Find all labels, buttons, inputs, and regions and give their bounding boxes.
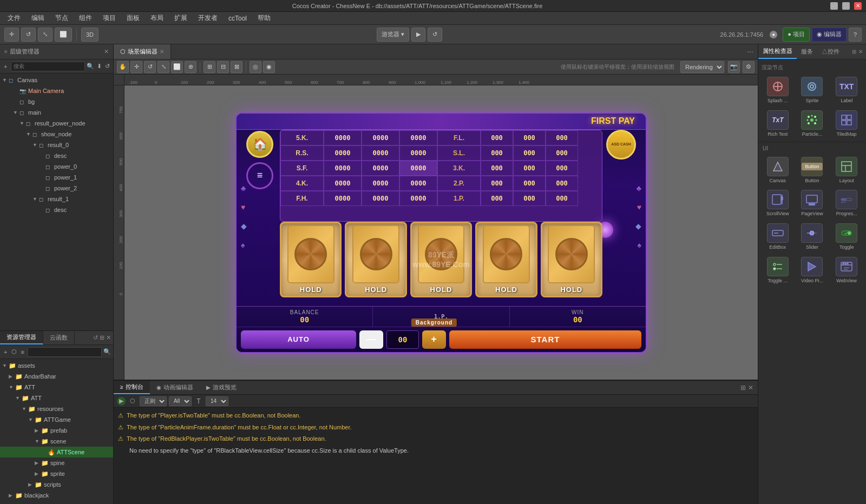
tree-bg[interactable]: ◻ bg [0, 96, 113, 107]
control-tab[interactable]: △控件 [817, 44, 844, 59]
asset-add[interactable]: + [2, 347, 9, 357]
tree-result-0[interactable]: ▼ ◻ result_0 [0, 140, 113, 150]
asset-manager-tab[interactable]: 资源管理器 [0, 331, 43, 344]
rn-richtext[interactable]: TxT Rich Text [762, 108, 794, 140]
type-btn[interactable]: T [194, 396, 204, 406]
console-clear-btn[interactable]: ⬡ [128, 396, 137, 406]
rendering-select[interactable]: Rendering [680, 61, 724, 73]
asset-item-sprite[interactable]: ▶ 📁 sprite [0, 468, 113, 479]
ui-video[interactable]: Video Pi... [796, 255, 829, 286]
asset-item-attscene[interactable]: 🔥 ATTScene [0, 447, 113, 457]
asset-reload[interactable]: ↺ [93, 334, 98, 341]
tree-desc-1[interactable]: ◻ desc [0, 204, 113, 215]
right-tab-expand[interactable]: ⊞ [852, 49, 856, 55]
rn-sprite[interactable]: Sprite [796, 75, 829, 106]
hierarchy-refresh[interactable]: ↺ [104, 62, 111, 71]
scene-tab-close[interactable]: ✕ [160, 49, 164, 55]
ui-canvas[interactable]: Canvas [762, 155, 794, 186]
asset-close[interactable]: ✕ [106, 334, 111, 341]
console-expand[interactable]: ⊞ [740, 384, 746, 392]
menu-node[interactable]: 节点 [51, 12, 73, 24]
asset-sort[interactable]: ≡ [19, 347, 26, 357]
scene-tool-align[interactable]: ⊠ [231, 61, 242, 73]
rn-tiledmap[interactable]: TiledMap [830, 108, 863, 140]
asset-item-scene[interactable]: ▼ 📁 scene [0, 436, 113, 447]
rn-particle[interactable]: Particle... [796, 108, 829, 140]
asset-search[interactable] [28, 347, 102, 357]
ui-editbox[interactable]: EditBox [762, 221, 794, 253]
asset-item-att2[interactable]: ▼ 📁 ATT [0, 393, 113, 403]
scene-tool-move[interactable]: ✛ [130, 61, 142, 73]
menu-developer[interactable]: 开发者 [194, 12, 222, 24]
asset-item-att[interactable]: ▼ 📁 ATT [0, 382, 113, 393]
ui-pageview[interactable]: PageView [796, 188, 829, 219]
scene-tool-snap[interactable]: ⊟ [217, 61, 229, 73]
help-btn[interactable]: ? [849, 28, 862, 42]
asset-item-attgame[interactable]: ▼ 📁 ATTGame [0, 414, 113, 425]
toolbar-rotate[interactable]: ↺ [21, 28, 36, 42]
asset-search-btn[interactable]: 🔍 [103, 347, 111, 357]
toolbar-rect[interactable]: ⬜ [55, 28, 72, 42]
minimize-btn[interactable]: — [830, 2, 838, 10]
tree-power-2[interactable]: ◻ power_2 [0, 183, 113, 194]
scene-tool-rect[interactable]: ⬜ [171, 61, 183, 73]
animation-tab[interactable]: ◉ 动画编辑器 [150, 381, 200, 394]
close-btn[interactable]: ✕ [854, 2, 862, 10]
asset-item-assets[interactable]: ▼ 📁 assets [0, 360, 113, 371]
hierarchy-close[interactable]: ✕ [104, 48, 109, 55]
ui-togglegroup[interactable]: Toggle ... [762, 255, 794, 286]
inspector-tab[interactable]: 属性检查器 [758, 44, 797, 59]
scene-tool-light[interactable]: ◉ [263, 61, 275, 73]
tree-result-power-node[interactable]: ▼ ◻ result_power_node [0, 118, 113, 129]
asset-item-prefab[interactable]: ▶ 📁 prefab [0, 425, 113, 436]
right-tab-close[interactable]: ✕ [858, 49, 863, 55]
tree-desc-0[interactable]: ◻ desc [0, 150, 113, 161]
scene-tool-grid[interactable]: ⊞ [204, 61, 215, 73]
menu-project[interactable]: 项目 [99, 12, 120, 24]
menu-help[interactable]: 帮助 [253, 12, 275, 24]
tree-result-1[interactable]: ▼ ◻ result_1 [0, 194, 113, 204]
project-btn[interactable]: ● 项目 [783, 28, 810, 42]
tree-canvas[interactable]: ▼ ◻ Canvas [0, 75, 113, 85]
menu-layout[interactable]: 布局 [146, 12, 168, 24]
minus-btn[interactable]: — [359, 330, 383, 349]
ui-toggle[interactable]: Toggle [830, 221, 863, 253]
ui-slider[interactable]: Slider [796, 221, 829, 253]
console-close[interactable]: ✕ [748, 384, 753, 392]
scene-tool-cam[interactable]: ◎ [250, 61, 261, 73]
scene-tool-gear[interactable]: ⚙ [743, 61, 755, 73]
scene-editor-tab[interactable]: ⬡ 场景编辑器 ✕ [114, 44, 171, 59]
scene-tool-scale[interactable]: ⤡ [158, 61, 169, 73]
editor-btn[interactable]: ◉ 编辑器 [812, 28, 847, 42]
scene-tool-rotate[interactable]: ↺ [144, 61, 156, 73]
toolbar-browser[interactable]: 游览器 ▾ [377, 28, 409, 42]
menu-file[interactable]: 文件 [3, 12, 25, 24]
toolbar-play[interactable]: ▶ [411, 28, 425, 42]
start-btn[interactable]: START [449, 330, 641, 349]
add-node-btn[interactable]: + [2, 62, 9, 71]
menu-edit[interactable]: 编辑 [27, 12, 49, 24]
asset-item-resources[interactable]: ▼ 📁 resources [0, 403, 113, 414]
menu-cctool[interactable]: ccTool [224, 14, 251, 23]
ui-scrollview[interactable]: ScrollView [762, 188, 794, 219]
menu-panel[interactable]: 面板 [122, 12, 144, 24]
rn-splash[interactable]: Splash ... [762, 75, 794, 106]
tree-main-camera[interactable]: 📷 Main Camera [0, 85, 113, 96]
toolbar-3d[interactable]: 3D [81, 28, 99, 42]
scene-more[interactable]: ⋯ [747, 48, 753, 56]
asset-expand[interactable]: ⊞ [100, 334, 104, 341]
preview-tab[interactable]: ▶ 游戏预览 [200, 381, 243, 394]
tree-show-node[interactable]: ▼ ◻ show_node [0, 129, 113, 140]
asset-item-brtb[interactable]: ▶ 📁 brtb [0, 501, 113, 504]
tree-power-1[interactable]: ◻ power_1 [0, 172, 113, 183]
home-btn[interactable]: 🏠 [246, 131, 273, 158]
auto-btn[interactable]: AUTO [241, 330, 356, 349]
asset-delete[interactable]: ⬡ [11, 347, 18, 357]
maximize-btn[interactable]: □ [842, 2, 850, 10]
tree-main[interactable]: ▼ ◻ main [0, 107, 113, 118]
tree-power-0[interactable]: ◻ power_0 [0, 161, 113, 172]
ui-progress[interactable]: Progres... [830, 188, 863, 219]
plus-btn[interactable]: + Background [422, 330, 446, 349]
hierarchy-collapse[interactable]: ⬇ [96, 62, 103, 71]
console-tab-main[interactable]: ≥ 控制台 [114, 381, 150, 394]
